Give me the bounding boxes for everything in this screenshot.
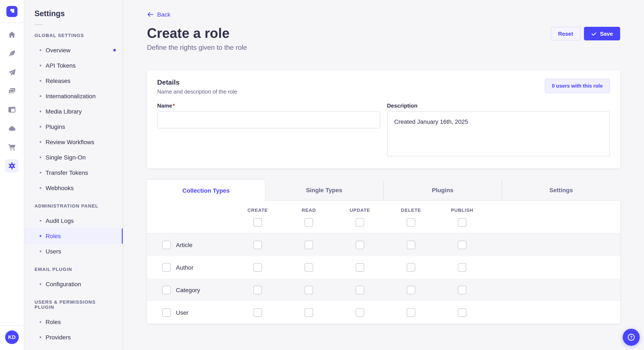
permissions-table: CREATE READ UPDATE DELETE [147, 201, 620, 324]
user-row-checkbox[interactable] [162, 308, 171, 317]
cart-icon[interactable] [5, 140, 19, 154]
bullet-icon [40, 157, 41, 158]
sidebar-item-roles[interactable]: Roles [24, 228, 123, 244]
reset-button[interactable]: Reset [551, 27, 580, 40]
column-header-publish: PUBLISH [451, 207, 474, 213]
article-update-checkbox[interactable] [356, 240, 364, 249]
article-create-checkbox[interactable] [254, 240, 262, 249]
details-title: Details [157, 79, 237, 86]
main-nav-bar: KD [0, 0, 24, 350]
strapi-logo[interactable] [6, 6, 18, 17]
sidebar-item-label: Review Workflows [46, 139, 94, 146]
pictures-icon[interactable] [5, 84, 19, 98]
sidebar-item-plugins[interactable]: Plugins [24, 119, 123, 134]
feather-icon[interactable] [5, 47, 19, 60]
category-delete-checkbox[interactable] [407, 286, 415, 294]
column-header-read: READ [302, 207, 316, 213]
user-section: KD [0, 325, 24, 350]
author-create-checkbox[interactable] [254, 263, 262, 272]
details-subtitle: Name and description of the role [157, 88, 237, 95]
user-avatar[interactable]: KD [5, 331, 19, 344]
bullet-icon [40, 235, 41, 237]
cloud-icon[interactable] [5, 122, 19, 135]
column-header-create: CREATE [248, 207, 268, 213]
row-label: Category [176, 286, 200, 293]
select-all-read-checkbox[interactable] [304, 218, 313, 227]
tab-settings[interactable]: Settings [502, 180, 620, 201]
article-delete-checkbox[interactable] [407, 240, 415, 249]
select-all-create-checkbox[interactable] [254, 218, 262, 227]
author-row-checkbox[interactable] [162, 263, 171, 272]
sidebar-item-releases[interactable]: Releases [24, 73, 123, 88]
paper-plane-icon[interactable] [5, 65, 19, 79]
sidebar-item-internationalization[interactable]: Internationalization [24, 88, 123, 104]
sidebar-item-media-library[interactable]: Media Library [24, 104, 123, 119]
user-delete-checkbox[interactable] [407, 308, 415, 317]
sidebar-item-label: API Tokens [46, 62, 76, 69]
bullet-icon [40, 80, 41, 82]
select-all-publish-checkbox[interactable] [458, 218, 466, 227]
bullet-icon [40, 336, 41, 338]
home-icon[interactable] [5, 28, 19, 42]
article-row-checkbox[interactable] [162, 240, 171, 249]
sidebar-item-api-tokens[interactable]: API Tokens [24, 58, 123, 73]
sidebar-item-single-sign-on[interactable]: Single Sign-On [24, 150, 123, 165]
back-link[interactable]: Back [147, 11, 170, 18]
sidebar-item-users[interactable]: Users [24, 244, 123, 259]
author-delete-checkbox[interactable] [407, 263, 415, 272]
help-button[interactable]: ? [623, 329, 640, 346]
required-asterisk: * [173, 103, 175, 109]
app-window: KD Settings GLOBAL SETTINGS Overview API… [0, 0, 644, 350]
author-update-checkbox[interactable] [356, 263, 364, 272]
users-with-role-badge[interactable]: 0 users with this role [544, 79, 610, 93]
category-update-checkbox[interactable] [356, 286, 364, 294]
sidebar-item-providers[interactable]: Providers [24, 330, 123, 345]
article-read-checkbox[interactable] [304, 240, 313, 249]
select-all-delete-checkbox[interactable] [407, 218, 415, 227]
user-publish-checkbox[interactable] [458, 308, 466, 317]
section-users-permissions-plugin: USERS & PERMISSIONS PLUGIN [34, 299, 112, 310]
author-read-checkbox[interactable] [304, 263, 313, 272]
layout-icon[interactable] [5, 103, 19, 117]
select-all-update-checkbox[interactable] [356, 218, 364, 227]
tab-collection-types[interactable]: Collection Types [147, 180, 265, 201]
permissions-header-row: CREATE READ UPDATE DELETE [147, 201, 620, 233]
role-description-textarea[interactable]: Created January 16th, 2025 [387, 111, 610, 157]
sidebar-item-audit-logs[interactable]: Audit Logs [24, 213, 123, 228]
user-read-checkbox[interactable] [304, 308, 313, 317]
sidebar-item-label: Overview [46, 47, 70, 54]
description-label: Description [387, 103, 610, 109]
page-subtitle: Define the rights given to the role [147, 44, 247, 51]
tab-plugins[interactable]: Plugins [383, 180, 502, 201]
section-administration-panel: ADMINISTRATION PANEL [34, 203, 112, 208]
sidebar-item-transfer-tokens[interactable]: Transfer Tokens [24, 165, 123, 180]
sidebar-item-webhooks[interactable]: Webhooks [24, 180, 123, 196]
gear-icon[interactable] [5, 159, 19, 173]
article-publish-checkbox[interactable] [458, 240, 466, 249]
category-row-checkbox[interactable] [162, 286, 171, 294]
sidebar-title: Settings [34, 9, 123, 18]
sidebar-item-label: Roles [46, 319, 61, 325]
author-publish-checkbox[interactable] [458, 263, 466, 272]
bullet-icon [40, 172, 41, 174]
sidebar-item-review-workflows[interactable]: Review Workflows [24, 134, 123, 150]
sidebar-item-configuration[interactable]: Configuration [24, 276, 123, 292]
sidebar-item-label: Audit Logs [46, 217, 74, 224]
sidebar-item-up-roles[interactable]: Roles [24, 314, 123, 330]
user-create-checkbox[interactable] [254, 308, 262, 317]
bullet-icon [40, 141, 41, 143]
sidebar-item-label: Releases [46, 77, 70, 84]
tab-single-types[interactable]: Single Types [265, 180, 383, 201]
role-name-input[interactable] [157, 111, 380, 128]
column-header-update: UPDATE [350, 207, 370, 213]
category-publish-checkbox[interactable] [458, 286, 466, 294]
category-read-checkbox[interactable] [304, 286, 313, 294]
sidebar-item-overview[interactable]: Overview [24, 42, 123, 58]
row-label: Author [176, 264, 194, 271]
user-update-checkbox[interactable] [356, 308, 364, 317]
category-create-checkbox[interactable] [254, 286, 262, 294]
settings-sidebar: Settings GLOBAL SETTINGS Overview API To… [24, 0, 123, 350]
sidebar-item-label: Users [46, 248, 61, 255]
save-button[interactable]: Save [584, 27, 620, 40]
details-card: Details Name and description of the role… [147, 70, 620, 169]
